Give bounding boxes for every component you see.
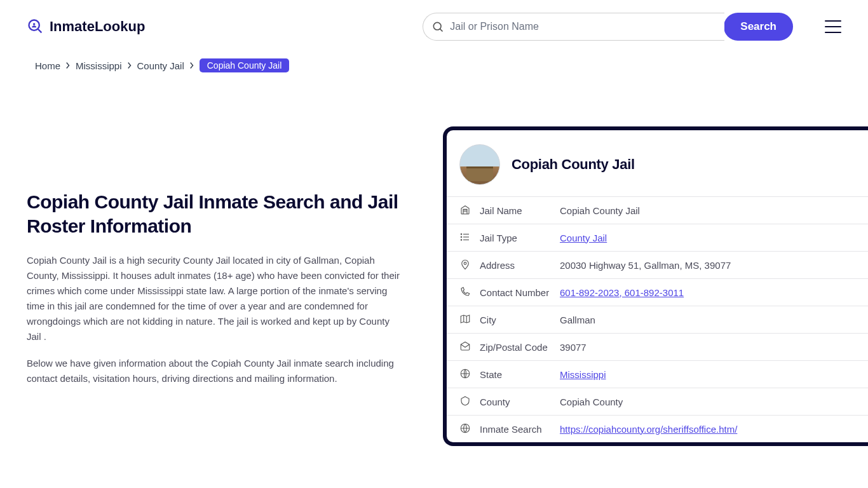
row-icon	[459, 341, 472, 353]
logo-text: InmateLookup	[50, 18, 145, 35]
svg-point-10	[461, 240, 462, 241]
info-row: CountyCopiah County	[447, 388, 868, 415]
chevron-right-icon	[65, 62, 71, 69]
svg-point-2	[33, 23, 36, 25]
info-value: Copiah County	[560, 396, 623, 407]
info-row: StateMississippi	[447, 360, 868, 388]
info-label: State	[480, 369, 560, 380]
search-container: Search	[423, 13, 841, 41]
svg-line-1	[38, 29, 42, 33]
row-icon	[459, 231, 472, 244]
row-icon	[459, 395, 472, 408]
magnifier-person-icon	[27, 18, 44, 36]
svg-point-0	[29, 20, 39, 30]
search-wrapper	[423, 13, 724, 41]
row-icon	[459, 313, 472, 326]
info-link[interactable]: https://copiahcounty.org/sheriffsoffice.…	[560, 424, 737, 435]
row-icon	[459, 368, 472, 381]
info-label: Inmate Search	[480, 424, 560, 435]
info-row: Jail NameCopiah County Jail	[447, 196, 868, 224]
info-row: Address20030 Highway 51, Gallman, MS, 39…	[447, 251, 868, 278]
breadcrumb-type[interactable]: County Jail	[137, 60, 184, 71]
logo[interactable]: InmateLookup	[27, 18, 145, 36]
info-link[interactable]: Mississippi	[560, 369, 606, 380]
info-link[interactable]: County Jail	[560, 233, 607, 243]
breadcrumb-state[interactable]: Mississippi	[76, 60, 122, 71]
page-title: Copiah County Jail Inmate Search and Jai…	[27, 190, 405, 238]
info-label: Jail Name	[480, 205, 560, 216]
info-value: 39077	[560, 342, 587, 353]
info-label: County	[480, 396, 560, 407]
info-row: Inmate Searchhttps://copiahcounty.org/sh…	[447, 415, 868, 442]
description-2: Below we have given information about th…	[27, 356, 405, 386]
right-column: Copiah County Jail Jail NameCopiah Count…	[443, 92, 868, 446]
info-value: 20030 Highway 51, Gallman, MS, 39077	[560, 260, 731, 271]
breadcrumb-home[interactable]: Home	[35, 60, 60, 71]
search-input[interactable]	[423, 13, 724, 41]
info-label: Contact Number	[480, 287, 560, 298]
main-content: Copiah County Jail Inmate Search and Jai…	[0, 92, 868, 446]
breadcrumb: Home Mississippi County Jail Copiah Coun…	[0, 53, 868, 72]
chevron-right-icon	[127, 62, 132, 69]
info-row: Jail TypeCounty Jail	[447, 224, 868, 251]
chevron-right-icon	[189, 62, 194, 69]
info-label: Zip/Postal Code	[480, 342, 560, 353]
card-title: Copiah County Jail	[512, 156, 635, 173]
info-link[interactable]: 601-892-2023, 601-892-3011	[560, 287, 684, 298]
svg-point-9	[461, 236, 462, 238]
row-icon	[459, 204, 472, 217]
jail-avatar	[459, 144, 500, 185]
info-label: City	[480, 315, 560, 325]
info-label: Jail Type	[480, 233, 560, 243]
info-row: Zip/Postal Code39077	[447, 333, 868, 360]
info-card: Copiah County Jail Jail NameCopiah Count…	[443, 126, 868, 446]
info-value: Copiah County Jail	[560, 205, 640, 216]
left-column: Copiah County Jail Inmate Search and Jai…	[27, 92, 405, 446]
row-icon	[459, 423, 472, 435]
row-icon	[459, 286, 472, 299]
description-1: Copiah County Jail is a high security Co…	[27, 253, 405, 344]
menu-icon[interactable]	[825, 20, 841, 33]
header: InmateLookup Search	[0, 0, 868, 53]
svg-point-8	[461, 234, 462, 235]
row-icon	[459, 259, 472, 271]
card-header: Copiah County Jail	[447, 130, 868, 196]
svg-point-11	[464, 262, 466, 265]
search-button[interactable]: Search	[724, 13, 793, 41]
info-value: Gallman	[560, 315, 595, 325]
breadcrumb-current: Copiah County Jail	[200, 58, 290, 72]
info-label: Address	[480, 260, 560, 271]
info-row: CityGallman	[447, 306, 868, 333]
info-row: Contact Number601-892-2023, 601-892-3011	[447, 278, 868, 306]
